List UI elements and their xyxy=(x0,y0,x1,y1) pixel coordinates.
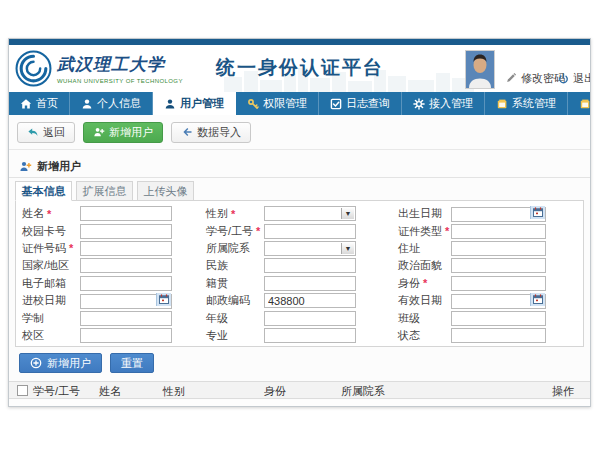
calendar-icon[interactable] xyxy=(530,206,545,219)
field-label: 性别 xyxy=(206,206,228,221)
field-label: 民族 xyxy=(206,258,228,273)
postal-code-input[interactable] xyxy=(264,293,356,308)
form-column-3: 出生日期 证件类型* 住址 政治面貌 xyxy=(398,205,546,344)
table-header-row: 学号/工号 姓名 性别 身份 所属院系 操作 xyxy=(9,381,590,399)
schooling-length-input[interactable] xyxy=(80,311,172,326)
email-input[interactable] xyxy=(80,276,172,291)
university-name-block: 武汉理工大学 WUHAN UNIVERSITY OF TECHNOLOGY xyxy=(57,53,183,84)
column-header-name: 姓名 xyxy=(99,384,121,399)
nav-item-user-management[interactable]: 用户管理 xyxy=(153,92,236,115)
grade-input[interactable] xyxy=(264,311,356,326)
form-tabs: 基本信息 扩展信息 上传头像 xyxy=(15,181,194,201)
field-label: 学制 xyxy=(22,311,44,326)
circle-plus-icon xyxy=(30,357,42,369)
form-row: 所属院系 ▼ xyxy=(206,240,356,257)
change-password-link[interactable]: 修改密码 xyxy=(506,71,565,86)
user-avatar[interactable] xyxy=(465,50,495,89)
id-number-input[interactable] xyxy=(80,241,172,256)
tab-label: 基本信息 xyxy=(22,184,66,199)
form-row: 国家/地区 xyxy=(22,257,172,274)
nav-label: 接入管理 xyxy=(429,96,473,111)
gear-icon xyxy=(413,98,425,110)
department-select[interactable]: ▼ xyxy=(264,241,356,256)
form-row: 电子邮箱 xyxy=(22,275,172,292)
tab-basic-info[interactable]: 基本信息 xyxy=(15,181,72,201)
column-header-gender: 性别 xyxy=(163,384,185,399)
class-input[interactable] xyxy=(451,311,546,326)
student-id-input[interactable] xyxy=(264,224,356,239)
person-icon xyxy=(81,98,93,110)
calendar-icon[interactable] xyxy=(530,293,545,306)
nav-item-system-management[interactable]: 系统管理 xyxy=(485,92,568,115)
app-header: 武汉理工大学 WUHAN UNIVERSITY OF TECHNOLOGY 统一… xyxy=(9,45,590,92)
data-import-button[interactable]: 数据导入 xyxy=(171,122,251,143)
name-input[interactable] xyxy=(80,206,172,221)
field-label: 有效日期 xyxy=(398,293,442,308)
tab-extended-info[interactable]: 扩展信息 xyxy=(76,181,133,201)
nav-label: 订阅管理 xyxy=(595,96,600,111)
form-row: 有效日期 xyxy=(398,292,546,309)
nav-item-access-management[interactable]: 接入管理 xyxy=(402,92,485,115)
field-label: 进校日期 xyxy=(22,293,66,308)
tab-upload-avatar[interactable]: 上传头像 xyxy=(137,181,194,201)
identity-input[interactable] xyxy=(451,276,546,291)
field-label: 政治面貌 xyxy=(398,258,442,273)
country-region-input[interactable] xyxy=(80,258,172,273)
main-nav: 首页 个人信息 用户管理 权限管理 日志查询 接入管理 xyxy=(9,92,590,115)
platform-title: 统一身份认证平台 xyxy=(216,55,384,81)
nav-label: 首页 xyxy=(36,96,58,111)
nav-item-personal-info[interactable]: 个人信息 xyxy=(70,92,153,115)
app-window: 武汉理工大学 WUHAN UNIVERSITY OF TECHNOLOGY 统一… xyxy=(8,38,591,407)
campus-card-input[interactable] xyxy=(80,224,172,239)
form-row: 学制 xyxy=(22,309,172,326)
nav-label: 用户管理 xyxy=(180,96,224,111)
university-name: 武汉理工大学 xyxy=(57,53,183,76)
submit-add-user-button[interactable]: 新增用户 xyxy=(19,353,102,373)
address-input[interactable] xyxy=(451,241,546,256)
table-empty-row xyxy=(9,400,590,406)
logout-link[interactable]: 退出 xyxy=(558,71,590,86)
add-user-label: 新增用户 xyxy=(109,125,153,140)
field-label: 邮政编码 xyxy=(206,293,250,308)
form-row: 证件类型* xyxy=(398,222,546,239)
divider xyxy=(9,177,590,178)
toolbar: 返回 新增用户 数据导入 xyxy=(17,121,251,143)
field-label: 住址 xyxy=(398,241,420,256)
status-input[interactable] xyxy=(451,328,546,343)
reset-button[interactable]: 重置 xyxy=(110,353,154,373)
field-label: 证件号码 xyxy=(22,241,66,256)
back-button[interactable]: 返回 xyxy=(17,122,75,143)
submit-add-user-label: 新增用户 xyxy=(47,356,91,371)
nav-item-permission-management[interactable]: 权限管理 xyxy=(236,92,319,115)
major-input[interactable] xyxy=(264,328,356,343)
form-row: 年级 xyxy=(206,309,356,326)
content-area: 返回 新增用户 数据导入 新增用户 基本信息 扩展信息 xyxy=(9,115,590,406)
import-arrow-icon xyxy=(181,126,193,138)
form-row: 住址 xyxy=(398,240,546,257)
calendar-icon[interactable] xyxy=(156,293,171,306)
required-marker: * xyxy=(47,208,51,220)
add-user-icon xyxy=(93,126,105,138)
select-all-checkbox[interactable] xyxy=(17,385,28,396)
form-row: 籍贯 xyxy=(206,275,356,292)
form-actions: 新增用户 重置 xyxy=(19,353,154,373)
nav-item-home[interactable]: 首页 xyxy=(9,92,70,115)
required-marker: * xyxy=(256,225,260,237)
ethnicity-input[interactable] xyxy=(264,258,356,273)
form-column-2: 性别* ▼ 学号/工号* 所属院系 ▼ 民族 xyxy=(206,205,356,344)
form-row: 政治面貌 xyxy=(398,257,546,274)
campus-input[interactable] xyxy=(80,328,172,343)
form-row: 校园卡号 xyxy=(22,222,172,239)
field-label: 出生日期 xyxy=(398,206,442,221)
back-label: 返回 xyxy=(43,125,65,140)
nav-item-log-query[interactable]: 日志查询 xyxy=(319,92,402,115)
field-label: 国家/地区 xyxy=(22,258,69,273)
political-status-input[interactable] xyxy=(451,258,546,273)
nav-item-subscription-management[interactable]: 订阅管理 xyxy=(568,92,600,115)
form-row: 进校日期 xyxy=(22,292,172,309)
id-type-input[interactable] xyxy=(451,224,546,239)
university-logo xyxy=(15,50,52,87)
native-place-input[interactable] xyxy=(264,276,356,291)
gender-select[interactable]: ▼ xyxy=(264,206,356,221)
add-user-button[interactable]: 新增用户 xyxy=(83,122,163,143)
